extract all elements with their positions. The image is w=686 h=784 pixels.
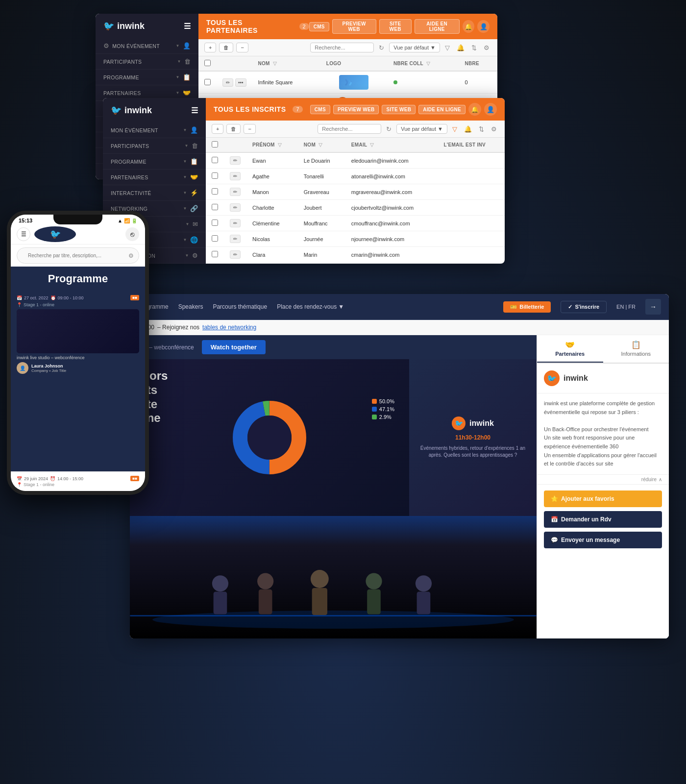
- filter-coll-icon[interactable]: ▽: [426, 61, 430, 66]
- hamburger-icon-2[interactable]: ☰: [191, 106, 198, 115]
- inscrits-refresh-icon[interactable]: ↻: [384, 124, 393, 134]
- inscrits-bell-icon[interactable]: 🔔: [462, 124, 474, 134]
- phone-search-input[interactable]: [22, 250, 128, 261]
- inscrits-settings-icon[interactable]: ⚙: [489, 124, 499, 134]
- sidebar-item-mon-evenement[interactable]: ⚙ MON ÉVÉNEMENT ▼ 👤: [96, 38, 198, 54]
- stage-photo-section: [130, 516, 537, 638]
- row-checkbox[interactable]: [212, 157, 218, 163]
- aide-en-ligne-button[interactable]: AIDE EN LIGNE: [415, 19, 460, 34]
- phone-speaker: 👤 Laura Johnson Company • Job Title: [17, 362, 139, 374]
- refresh-icon[interactable]: ↻: [377, 43, 386, 52]
- login-button[interactable]: →: [645, 299, 661, 315]
- sidebar-item-participants[interactable]: PARTICIPANTS ▼ 🗑: [96, 54, 198, 70]
- nav-speakers[interactable]: Speakers: [178, 301, 203, 312]
- table-row: ✏ Clara Marin cmarin@inwink.com: [206, 247, 505, 263]
- inwink-event-logo: 🐦 inwink: [452, 416, 494, 430]
- sidebar2-item-mon-evenement[interactable]: MON ÉVÉNEMENT ▼ 👤: [103, 122, 206, 138]
- inscrits-sort-icon[interactable]: ⇅: [477, 124, 486, 134]
- phone-filter-icon[interactable]: ⚙: [128, 252, 134, 259]
- settings-icon[interactable]: ⚙: [482, 43, 491, 52]
- tab-partenaires[interactable]: 🤝 Partenaires: [537, 335, 603, 363]
- svg-rect-16: [130, 615, 537, 616]
- svg-point-12: [366, 573, 382, 589]
- row-checkbox[interactable]: [204, 79, 211, 85]
- inscrits-preview-web-button[interactable]: PREVIEW WEB: [333, 105, 379, 114]
- inscrits-select-all[interactable]: [212, 141, 218, 147]
- inscrits-minus-button[interactable]: −: [244, 124, 255, 134]
- inscrits-user-icon[interactable]: 👤: [484, 103, 497, 116]
- inscrits-aide-button[interactable]: AIDE EN LIGNE: [418, 105, 466, 114]
- hamburger-icon[interactable]: ☰: [184, 22, 191, 31]
- ajouter-favoris-button[interactable]: ⭐ Ajouter aux favoris: [544, 490, 662, 507]
- demander-rdv-button[interactable]: 📅 Demander un Rdv: [544, 511, 662, 528]
- add-button[interactable]: +: [204, 43, 216, 52]
- inscrits-cms-button[interactable]: CMS: [310, 105, 330, 114]
- language-selector[interactable]: EN | FR: [616, 304, 636, 310]
- tab-informations[interactable]: 📋 Informations: [603, 335, 669, 363]
- preview-web-button[interactable]: PREVIEW WEB: [332, 19, 376, 34]
- delete-button[interactable]: 🗑: [219, 43, 233, 52]
- inscrits-filter-icon[interactable]: ▽: [450, 124, 459, 134]
- sidebar2-item-programme[interactable]: PROGRAMME ▼ 📋: [103, 154, 206, 170]
- watch-together-button[interactable]: Watch together: [202, 340, 266, 354]
- edit-inscrit-button[interactable]: ✏: [230, 172, 241, 180]
- chevron-down-icon: ▼: [175, 44, 179, 48]
- inscrits-search-input[interactable]: [318, 124, 381, 134]
- select-all-checkbox[interactable]: [204, 60, 211, 66]
- inscrire-button[interactable]: ✓ S'inscrire: [561, 301, 607, 313]
- row-checkbox[interactable]: [212, 204, 218, 210]
- sort-icon[interactable]: ⇅: [469, 43, 479, 52]
- filter-prenom-icon[interactable]: ▽: [278, 142, 282, 147]
- edit-inscrit-button[interactable]: ✏: [230, 188, 241, 196]
- location-icon-2: 📍: [17, 482, 22, 487]
- chevron-icon: ▼: [183, 175, 187, 179]
- filter-email-icon[interactable]: ▽: [370, 142, 374, 147]
- sidebar2-item-partenaires[interactable]: PARTENAIRES ▼ 🤝: [103, 170, 206, 185]
- inscrits-site-web-button[interactable]: SITE WEB: [382, 105, 416, 114]
- row-checkbox[interactable]: [212, 235, 218, 242]
- nav-rendez-vous[interactable]: Place des rendez-vous ▼: [277, 303, 344, 310]
- inscrits-add-button[interactable]: +: [212, 124, 223, 134]
- edit-inscrit-button[interactable]: ✏: [230, 250, 241, 259]
- sidebar-item-programme[interactable]: PROGRAMME ▼ 📋: [96, 70, 198, 85]
- cms-button[interactable]: CMS: [309, 22, 329, 31]
- inscrits-delete-button[interactable]: 🗑: [226, 124, 241, 134]
- reduce-button[interactable]: réduire ∧: [537, 475, 669, 485]
- row-checkbox[interactable]: [212, 188, 218, 195]
- edit-button[interactable]: ✏: [222, 78, 233, 87]
- search-input[interactable]: [310, 43, 374, 52]
- view-selector[interactable]: Vue par défaut ▼: [389, 43, 440, 52]
- networking-link[interactable]: tables de networking: [202, 324, 256, 331]
- more-button[interactable]: •••: [235, 78, 246, 87]
- sidebar2-item-interactivite[interactable]: INTERACTIVITÉ ▼ ⚡: [103, 185, 206, 201]
- filter-nom-icon[interactable]: ▽: [273, 61, 277, 66]
- bell-icon[interactable]: 🔔: [455, 43, 466, 52]
- row-checkbox[interactable]: [212, 251, 218, 257]
- inscrit-prenom: Nicolas: [246, 231, 298, 247]
- edit-inscrit-button[interactable]: ✏: [230, 156, 241, 165]
- phone-logout-icon[interactable]: ⎋: [125, 227, 139, 241]
- participants-icon: 🗑: [184, 58, 191, 65]
- user-icon[interactable]: 👤: [477, 20, 490, 33]
- row-checkbox[interactable]: [212, 172, 218, 179]
- edit-inscrit-button[interactable]: ✏: [230, 203, 241, 212]
- billeterie-button[interactable]: 🎫 Billetterie: [503, 301, 551, 313]
- inscrits-view-selector[interactable]: Vue par défaut ▼: [396, 124, 447, 134]
- phone-time: 15:13: [19, 218, 32, 223]
- sidebar2-item-participants[interactable]: PARTICIPANTS ▼ 🗑: [103, 138, 206, 154]
- inscrits-notification-icon[interactable]: 🔔: [468, 103, 481, 116]
- table-row: ✏ Charlotte Joubert cjoubertvoltz@inwink…: [206, 200, 505, 216]
- filter-icon[interactable]: ▽: [443, 43, 452, 52]
- topbar-partners: TOUS LES PARTENAIRES 2 CMS PREVIEW WEB S…: [198, 14, 497, 39]
- edit-inscrit-button[interactable]: ✏: [230, 235, 241, 243]
- envoyer-message-button[interactable]: 💬 Envoyer un message: [544, 532, 662, 548]
- edit-inscrit-button[interactable]: ✏: [230, 219, 241, 227]
- filter-nom-i-icon[interactable]: ▽: [318, 142, 322, 147]
- row-checkbox[interactable]: [212, 220, 218, 226]
- phone-menu-icon[interactable]: ☰: [17, 227, 30, 241]
- minus-button[interactable]: −: [236, 43, 248, 52]
- nav-parcours[interactable]: Parcours thématique: [213, 301, 267, 312]
- phone-screen: 15:13 ▲ 📶 🔋 ☰ 🐦 ⎋ ⚙ Programme: [11, 215, 145, 491]
- notification-icon[interactable]: 🔔: [463, 20, 475, 33]
- site-web-button[interactable]: SITE WEB: [379, 19, 412, 34]
